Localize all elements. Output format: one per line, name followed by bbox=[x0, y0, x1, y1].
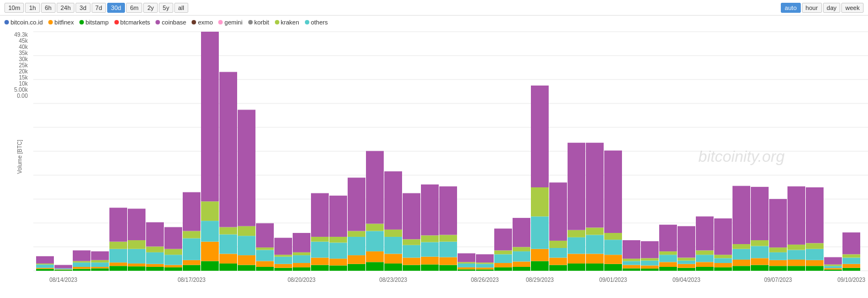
bar-segment bbox=[659, 225, 677, 251]
bar-segment bbox=[714, 255, 732, 258]
legend-item-kraken: kraken bbox=[275, 19, 299, 26]
time-btn-10m[interactable]: 10m bbox=[4, 3, 24, 13]
bar-segment bbox=[329, 237, 347, 242]
bar-segment bbox=[494, 250, 512, 254]
bar-segment bbox=[476, 267, 494, 269]
bar-segment bbox=[109, 242, 127, 249]
bar-segment bbox=[586, 254, 604, 263]
bar-segment bbox=[274, 264, 292, 268]
bar-segment bbox=[73, 269, 91, 271]
bar-segment bbox=[824, 266, 842, 268]
time-btn-7d[interactable]: 7d bbox=[92, 3, 106, 13]
bar-segment bbox=[531, 187, 549, 216]
bar-segment bbox=[109, 208, 127, 242]
bar-segment bbox=[54, 265, 72, 269]
bar-segment bbox=[678, 261, 695, 264]
bar-segment bbox=[384, 264, 402, 271]
y-axis-label: 40k bbox=[19, 44, 28, 50]
legend-label-bitcoin-co-id: bitcoin.co.id bbox=[11, 19, 43, 26]
legend-label-exmo: exmo bbox=[198, 19, 213, 26]
bar-segment bbox=[384, 171, 402, 230]
bar-segment bbox=[696, 216, 714, 250]
bar-segment bbox=[91, 267, 109, 269]
bar-segment bbox=[568, 143, 585, 230]
bar-segment bbox=[238, 226, 255, 236]
legend-item-btcmarkets: btcmarkets bbox=[114, 19, 150, 26]
time-btn-day[interactable]: day bbox=[823, 3, 841, 13]
time-btn-all[interactable]: all bbox=[174, 3, 188, 13]
bar-segment bbox=[641, 261, 659, 266]
bar-segment bbox=[714, 218, 732, 255]
bar-segment bbox=[659, 251, 677, 255]
bar-segment bbox=[604, 233, 622, 240]
bar-segment bbox=[366, 151, 384, 224]
bar-segment bbox=[623, 259, 640, 261]
legend-label-bitstamp: bitstamp bbox=[86, 19, 109, 26]
time-btn-6m[interactable]: 6m bbox=[126, 3, 142, 13]
bar-segment bbox=[256, 224, 274, 248]
bar-segment bbox=[329, 265, 347, 271]
bar-segment bbox=[238, 255, 255, 265]
bar-segment bbox=[842, 264, 860, 268]
y-axis-label: 20k bbox=[19, 68, 28, 74]
time-btn-1h[interactable]: 1h bbox=[25, 3, 39, 13]
bar-segment bbox=[128, 266, 145, 271]
bar-segment bbox=[696, 255, 714, 262]
bar-segment bbox=[842, 268, 860, 271]
bar-segment bbox=[842, 257, 860, 264]
bar-segment bbox=[806, 266, 824, 271]
bar-segment bbox=[146, 252, 164, 264]
bar-segment bbox=[494, 254, 512, 263]
bar-segment bbox=[732, 266, 750, 271]
bar-segment bbox=[256, 250, 274, 261]
time-btn-30d[interactable]: 30d bbox=[107, 3, 125, 13]
bar-segment bbox=[274, 268, 292, 271]
x-axis-label: 08/17/2023 bbox=[178, 277, 205, 283]
legend-dot-bitfinex bbox=[48, 20, 53, 24]
time-btn-auto[interactable]: auto bbox=[781, 3, 800, 13]
time-btn-5y[interactable]: 5y bbox=[159, 3, 173, 13]
legend-dot-bitcoin-co-id bbox=[4, 20, 9, 24]
bar-segment bbox=[604, 264, 622, 271]
bar-segment bbox=[751, 258, 769, 265]
time-btn-week[interactable]: week bbox=[841, 3, 864, 13]
bar-segment bbox=[128, 264, 145, 266]
bar-segment bbox=[421, 235, 439, 242]
bar-segment bbox=[604, 255, 622, 264]
bar-segment bbox=[146, 264, 164, 267]
time-btn-3d[interactable]: 3d bbox=[76, 3, 90, 13]
bar-segment bbox=[824, 270, 842, 271]
legend-label-korbit: korbit bbox=[254, 19, 269, 26]
bar-segment bbox=[623, 265, 640, 269]
bar-segment bbox=[293, 233, 310, 252]
time-btn-24h[interactable]: 24h bbox=[57, 3, 74, 13]
bar-segment bbox=[732, 186, 750, 244]
bar-segment bbox=[146, 267, 164, 271]
bar-segment bbox=[421, 185, 439, 236]
bar-segment bbox=[458, 254, 475, 262]
bar-segment bbox=[513, 251, 530, 261]
bar-segment bbox=[36, 265, 54, 268]
bar-segment bbox=[91, 260, 109, 262]
bar-segment bbox=[513, 218, 530, 247]
y-axis-label: 30k bbox=[19, 56, 28, 62]
bar-segment bbox=[769, 199, 787, 247]
time-range-left: 10m1h6h24h3d7d30d6m2y5yall bbox=[4, 3, 188, 13]
time-btn-hour[interactable]: hour bbox=[802, 3, 822, 13]
time-btn-6h[interactable]: 6h bbox=[41, 3, 56, 13]
bar-segment bbox=[384, 237, 402, 254]
legend-dot-kraken bbox=[275, 20, 279, 24]
bar-segment bbox=[531, 249, 549, 261]
bar-segment bbox=[824, 268, 842, 270]
time-btn-2y[interactable]: 2y bbox=[143, 3, 158, 13]
bar-segment bbox=[714, 263, 732, 267]
chart-area: Volume [BTC] 49.3k45k40k35k30k25k20k15k1… bbox=[0, 29, 868, 285]
bar-segment bbox=[568, 264, 585, 271]
bar-segment bbox=[164, 265, 182, 267]
y-axis-label: 15k bbox=[19, 74, 28, 81]
bar-segment bbox=[164, 255, 182, 265]
bar-segment bbox=[659, 267, 677, 271]
bar-segment bbox=[348, 264, 365, 271]
bar-segment bbox=[678, 264, 695, 268]
bar-segment bbox=[714, 267, 732, 271]
